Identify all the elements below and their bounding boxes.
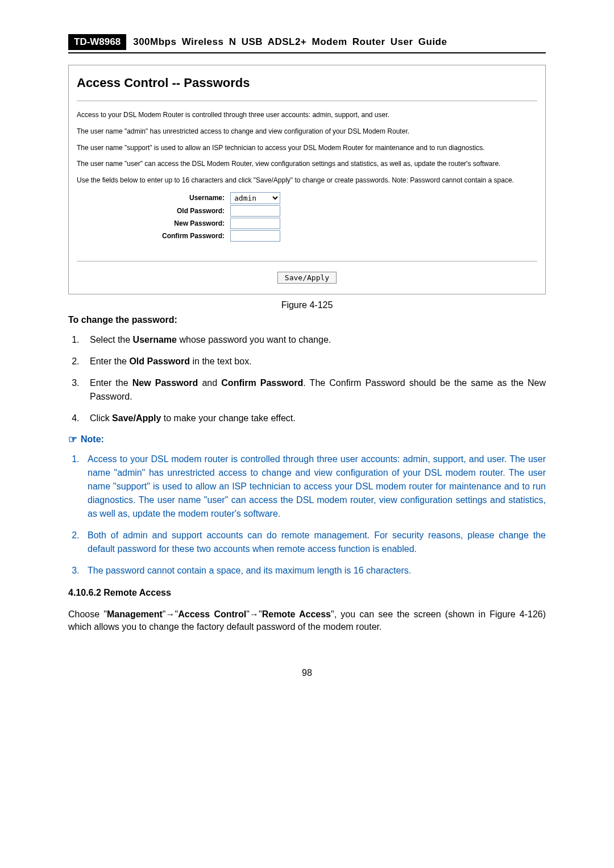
old-password-row: Old Password: <box>77 205 537 217</box>
confirm-password-input[interactable] <box>230 230 280 242</box>
text-bold: Old Password <box>129 356 190 366</box>
remote-access-paragraph: Choose "Management"→"Access Control"→"Re… <box>68 608 546 634</box>
username-label: Username: <box>77 194 230 202</box>
old-password-label: Old Password: <box>77 207 230 215</box>
text: Click <box>90 413 112 423</box>
text: whose password you want to change. <box>177 335 331 344</box>
save-apply-button[interactable]: Save/Apply <box>277 272 337 284</box>
step-2: Enter the Old Password in the text box. <box>82 355 546 368</box>
step-1: Select the Username whose password you w… <box>82 333 546 347</box>
text-bold: Management <box>107 609 163 619</box>
panel-text-1: Access to your DSL Modem Router is contr… <box>77 110 537 120</box>
text: and <box>198 378 221 388</box>
panel-heading: Access Control -- Passwords <box>77 76 537 90</box>
panel-text-4: The user name "user" can access the DSL … <box>77 159 537 169</box>
panel-text-5: Use the fields below to enter up to 16 c… <box>77 176 537 185</box>
old-password-input[interactable] <box>230 205 280 217</box>
new-password-row: New Password: <box>77 218 537 229</box>
page-header: TD-W8968 300Mbps Wireless N USB ADSL2+ M… <box>68 34 546 53</box>
confirm-password-label: Confirm Password: <box>77 232 230 240</box>
text: Select the <box>90 335 133 344</box>
step-4: Click Save/Apply to make your change tak… <box>82 412 546 425</box>
panel-text-2: The user name "admin" has unrestricted a… <box>77 127 537 136</box>
subsection-heading: 4.10.6.2 Remote Access <box>68 588 546 598</box>
username-select[interactable]: admin <box>230 192 280 204</box>
text: to make your change take effect. <box>161 413 295 423</box>
model-badge: TD-W8968 <box>68 34 126 50</box>
guide-title: 300Mbps Wireless N USB ADSL2+ Modem Rout… <box>133 36 447 48</box>
steps-list: Select the Username whose password you w… <box>82 333 546 425</box>
note-1: Access to your DSL modem router is contr… <box>82 452 546 521</box>
pointing-hand-icon: ☞ <box>68 433 77 446</box>
new-password-label: New Password: <box>77 219 230 227</box>
text: Choose " <box>68 609 107 619</box>
step-3: Enter the New Password and Confirm Passw… <box>82 376 546 404</box>
note-2: Both of admin and support accounts can d… <box>82 529 546 556</box>
page-number: 98 <box>68 668 546 678</box>
text: Enter the <box>90 356 129 366</box>
text-bold: Save/Apply <box>112 413 161 423</box>
text: in the text box. <box>190 356 252 366</box>
text-bold: New Password <box>132 378 198 388</box>
note-heading: ☞ Note: <box>68 433 546 446</box>
panel-text-3: The user name "support" is used to allow… <box>77 143 537 153</box>
note-label: Note: <box>81 434 104 445</box>
text-bold: Confirm Password <box>221 378 303 388</box>
arrow-icon: → <box>250 609 259 619</box>
divider <box>77 101 537 101</box>
passwords-panel: Access Control -- Passwords Access to yo… <box>68 65 546 294</box>
arrow-icon: → <box>166 609 175 619</box>
username-row: Username: admin <box>77 192 537 204</box>
change-password-heading: To change the password: <box>68 315 546 325</box>
text-bold: Username <box>133 335 177 344</box>
figure-caption: Figure 4-125 <box>68 300 546 310</box>
text-bold: Access Control <box>178 609 246 619</box>
note-3: The password cannot contain a space, and… <box>82 564 546 578</box>
text-bold: Remote Access <box>262 609 331 619</box>
text: Enter the <box>90 378 132 388</box>
new-password-input[interactable] <box>230 218 280 229</box>
confirm-password-row: Confirm Password: <box>77 230 537 242</box>
button-row: Save/Apply <box>77 261 537 284</box>
notes-list: Access to your DSL modem router is contr… <box>82 452 546 578</box>
